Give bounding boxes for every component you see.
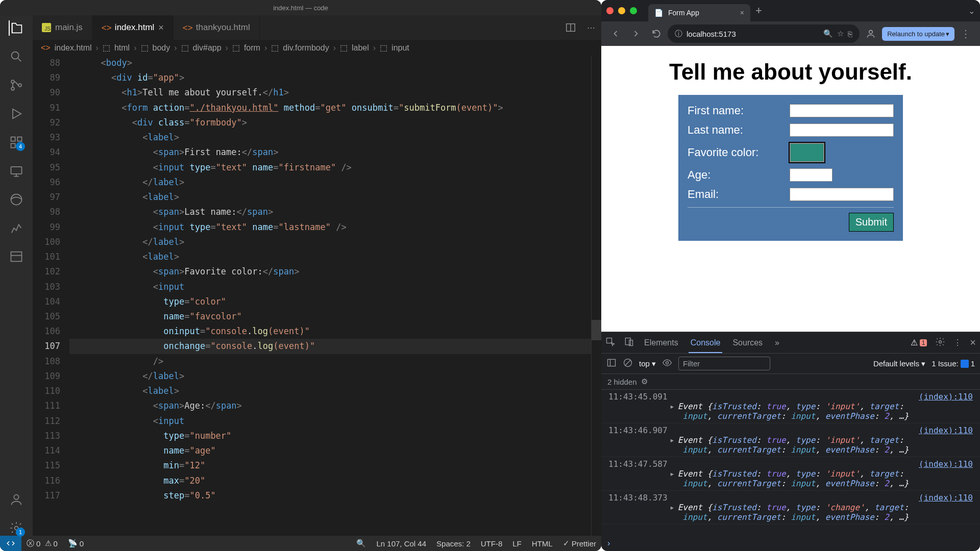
search-icon[interactable] xyxy=(9,49,24,64)
breadcrumb-item[interactable]: index.html xyxy=(55,43,92,53)
status-lang[interactable]: HTML xyxy=(527,539,558,548)
code-editor[interactable]: 8889909192939495969798991001011021031041… xyxy=(33,56,601,536)
status-spaces[interactable]: Spaces: 2 xyxy=(431,539,476,548)
traffic-lights xyxy=(606,7,643,14)
zoom-window-icon[interactable] xyxy=(630,7,637,14)
tab-console[interactable]: Console xyxy=(689,338,723,353)
status-lncol[interactable]: Ln 107, Col 44 xyxy=(371,539,431,548)
console-prompt[interactable]: › xyxy=(601,536,980,551)
profile-icon[interactable] xyxy=(862,24,880,43)
more-icon[interactable]: ⋮ xyxy=(957,28,975,40)
eye-icon[interactable] xyxy=(662,358,672,369)
firstname-input[interactable] xyxy=(790,104,894,117)
tab-indexhtml[interactable]: <>index.html× xyxy=(92,15,174,40)
close-icon[interactable]: × xyxy=(158,22,164,33)
log-levels[interactable]: Default levels ▾ xyxy=(873,359,925,368)
clear-icon[interactable] xyxy=(623,358,633,369)
lastname-input[interactable] xyxy=(790,123,894,137)
editor-tabs: JSmain.js <>index.html× <>thankyou.html … xyxy=(33,15,601,40)
status-ports[interactable]: 📡 0 xyxy=(63,539,89,548)
sidebar-icon[interactable] xyxy=(606,358,617,369)
source-control-icon[interactable] xyxy=(9,78,24,93)
panel-icon[interactable] xyxy=(9,249,24,264)
breadcrumb-item[interactable]: label xyxy=(352,43,369,53)
inspect-icon[interactable] xyxy=(605,337,616,349)
back-button[interactable] xyxy=(606,24,625,43)
forward-button[interactable] xyxy=(627,24,645,43)
status-errors[interactable]: ⓧ 0 ⚠ 0 xyxy=(21,539,63,548)
breadcrumb-item[interactable]: input xyxy=(391,43,409,53)
breadcrumb[interactable]: <>index.html ›⬚html ›⬚body ›⬚div#app ›⬚f… xyxy=(33,40,601,56)
close-window-icon[interactable] xyxy=(606,7,614,14)
label-firstname: First name: xyxy=(688,104,790,117)
tab-elements[interactable]: Elements xyxy=(642,338,680,347)
browser-tab[interactable]: 📄 Form App × xyxy=(648,4,750,21)
close-icon[interactable]: × xyxy=(970,337,976,348)
close-icon[interactable]: × xyxy=(740,9,744,17)
breadcrumb-item[interactable]: body xyxy=(153,43,170,53)
minimap[interactable] xyxy=(591,56,601,536)
minimize-window-icon[interactable] xyxy=(618,7,625,14)
breadcrumb-item[interactable]: div.formbody xyxy=(283,43,329,53)
edge-icon[interactable] xyxy=(9,192,24,207)
svg-point-14 xyxy=(869,30,873,34)
graph-icon[interactable] xyxy=(9,220,24,236)
remote-indicator[interactable] xyxy=(0,536,21,551)
gear-icon[interactable]: 1 xyxy=(9,520,24,536)
tab-mainjs[interactable]: JSmain.js xyxy=(33,15,92,40)
devtools: Elements Console Sources » ⚠1 ⋮ × top ▾ … xyxy=(601,332,980,551)
console-toolbar: top ▾ Filter Default levels ▾ 1 Issue: 1 xyxy=(601,354,980,374)
extensions-icon[interactable]: 4 xyxy=(9,135,24,150)
tab-label: thankyou.html xyxy=(196,22,250,33)
svg-point-11 xyxy=(14,495,18,499)
code-content[interactable]: <body> <div id="app"> <h1>Tell me about … xyxy=(69,56,601,536)
age-input[interactable] xyxy=(790,168,832,182)
status-formatter[interactable]: ✓ Prettier xyxy=(558,539,601,548)
hidden-messages[interactable]: 2 hidden ⚙ xyxy=(601,374,980,390)
install-icon[interactable]: ⎘ xyxy=(848,30,852,38)
email-input[interactable] xyxy=(790,188,894,201)
status-encoding[interactable]: UTF-8 xyxy=(476,539,508,548)
dropdown-icon: ▾ xyxy=(946,30,949,38)
warnings-indicator[interactable]: ⚠1 xyxy=(911,338,927,347)
svg-point-21 xyxy=(666,362,669,364)
more-icon[interactable]: ⋯ xyxy=(581,15,601,40)
issues-indicator[interactable]: 1 Issue: 1 xyxy=(932,359,975,368)
site-info-icon[interactable]: ⓘ xyxy=(675,29,682,39)
submit-button[interactable]: Submit xyxy=(849,213,894,232)
tab-thankyouhtml[interactable]: <>thankyou.html xyxy=(174,15,260,40)
vscode-window: index.html — code 4 1 JSmain.js <>index.… xyxy=(0,0,601,551)
breadcrumb-item[interactable]: form xyxy=(244,43,260,53)
bookmark-icon[interactable]: ☆ xyxy=(837,29,844,38)
more-icon[interactable]: ⋮ xyxy=(953,338,962,347)
filter-input[interactable]: Filter xyxy=(678,357,770,370)
gear-icon[interactable]: ⚙ xyxy=(641,377,648,386)
favcolor-input[interactable] xyxy=(790,143,824,162)
breadcrumb-item[interactable]: div#app xyxy=(193,43,222,53)
svg-rect-7 xyxy=(17,137,21,141)
chevron-down-icon[interactable]: ⌄ xyxy=(968,6,975,16)
breadcrumb-item[interactable]: html xyxy=(114,43,130,53)
device-icon[interactable] xyxy=(624,337,634,349)
more-tabs-icon[interactable]: » xyxy=(773,338,781,347)
context-selector[interactable]: top ▾ xyxy=(639,359,656,368)
reload-button[interactable] xyxy=(647,24,666,43)
address-bar[interactable]: ⓘ localhost:5173 🔍 ☆ ⎘ xyxy=(668,24,860,43)
account-icon[interactable] xyxy=(9,492,24,507)
relaunch-button[interactable]: Relaunch to update ▾ xyxy=(882,27,954,41)
status-eol[interactable]: LF xyxy=(507,539,527,548)
svg-rect-8 xyxy=(11,167,22,174)
status-zoom[interactable]: 🔍 xyxy=(351,539,371,548)
gear-icon[interactable] xyxy=(935,337,945,349)
new-tab-button[interactable]: + xyxy=(755,4,762,17)
html-icon: <> xyxy=(102,23,111,32)
zoom-icon[interactable]: 🔍 xyxy=(823,29,833,38)
label-lastname: Last name: xyxy=(688,123,790,137)
tab-sources[interactable]: Sources xyxy=(730,338,765,347)
chevron-right-icon: › xyxy=(96,43,99,53)
run-debug-icon[interactable] xyxy=(9,106,24,121)
explorer-icon[interactable] xyxy=(9,20,24,36)
browser-window: 📄 Form App × + ⌄ ⓘ localhost:5173 🔍 ☆ ⎘ … xyxy=(601,0,980,551)
split-editor-icon[interactable] xyxy=(560,15,581,40)
remote-icon[interactable] xyxy=(9,163,24,179)
